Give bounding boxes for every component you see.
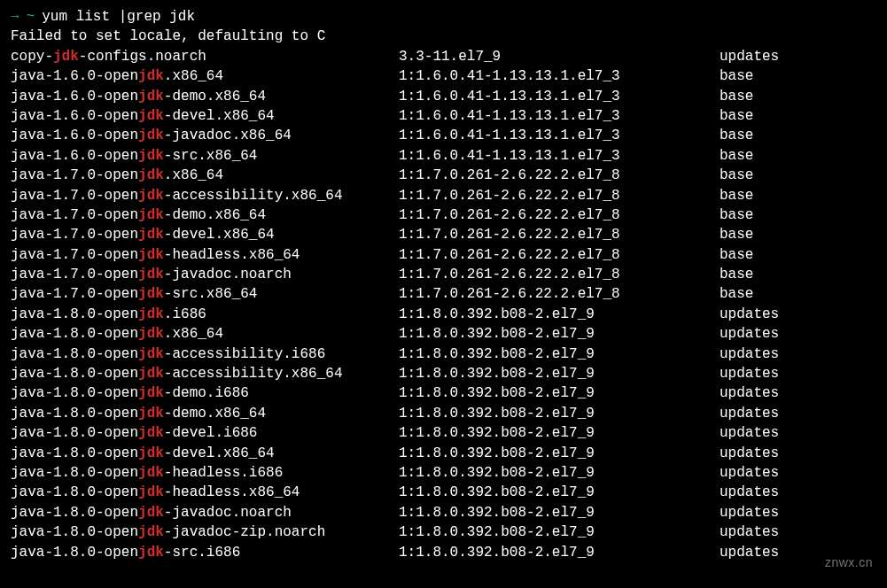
package-name: java-1.8.0-openjdk-accessibility.i686 [11, 344, 399, 364]
package-row: java-1.7.0-openjdk-headless.x86_641:1.7.… [11, 245, 876, 265]
package-version: 1:1.8.0.392.b08-2.el7_9 [399, 503, 720, 522]
package-suffix: -demo.x86_64 [164, 207, 266, 223]
package-repo: base [720, 284, 753, 304]
package-version: 1:1.8.0.392.b08-2.el7_9 [399, 404, 720, 423]
package-prefix: java-1.8.0-open [11, 445, 138, 461]
grep-highlight: jdk [138, 108, 164, 124]
package-row: copy-jdk-configs.noarch3.3-11.el7_9updat… [11, 47, 876, 66]
grep-highlight: jdk [138, 445, 164, 461]
grep-highlight: jdk [138, 286, 164, 302]
package-version: 1:1.7.0.261-2.6.22.2.el7_8 [399, 265, 720, 284]
package-listing: copy-jdk-configs.noarch3.3-11.el7_9updat… [11, 47, 876, 562]
grep-highlight: jdk [138, 128, 164, 143]
package-row: java-1.7.0-openjdk.x86_641:1.7.0.261-2.6… [11, 166, 876, 185]
package-version: 1:1.7.0.261-2.6.22.2.el7_8 [399, 245, 720, 265]
package-suffix: -headless.i686 [164, 465, 283, 481]
grep-highlight: jdk [138, 167, 164, 183]
package-suffix: -src.x86_64 [164, 148, 258, 164]
package-name: java-1.8.0-openjdk-src.i686 [11, 543, 399, 562]
package-row: java-1.8.0-openjdk-accessibility.x86_641… [11, 364, 876, 383]
grep-highlight: jdk [138, 188, 164, 204]
package-prefix: java-1.6.0-open [11, 68, 138, 84]
grep-highlight: jdk [138, 385, 164, 401]
package-name: java-1.6.0-openjdk-devel.x86_64 [11, 106, 399, 126]
command-prompt[interactable]: → ~ yum list |grep jdk [11, 7, 876, 27]
package-version: 1:1.7.0.261-2.6.22.2.el7_8 [399, 284, 720, 304]
grep-highlight: jdk [138, 227, 164, 243]
package-name: java-1.8.0-openjdk-demo.x86_64 [11, 404, 399, 423]
package-prefix: java-1.6.0-open [11, 128, 138, 143]
package-repo: updates [720, 404, 779, 423]
grep-highlight: jdk [138, 89, 164, 104]
grep-highlight: jdk [138, 148, 164, 164]
grep-highlight: jdk [138, 247, 164, 263]
package-suffix: .i686 [164, 306, 206, 322]
package-prefix: java-1.8.0-open [11, 326, 138, 342]
package-name: java-1.6.0-openjdk-javadoc.x86_64 [11, 126, 399, 145]
package-row: java-1.6.0-openjdk-src.x86_641:1.6.0.41-… [11, 146, 876, 166]
package-row: java-1.8.0-openjdk-javadoc-zip.noarch1:1… [11, 522, 876, 542]
package-repo: base [720, 146, 753, 166]
package-row: java-1.6.0-openjdk-demo.x86_641:1.6.0.41… [11, 87, 876, 106]
package-row: java-1.8.0-openjdk-headless.x86_641:1.8.… [11, 483, 876, 502]
package-name: java-1.8.0-openjdk.i686 [11, 305, 399, 324]
package-repo: base [720, 245, 753, 265]
package-suffix: -javadoc.noarch [164, 505, 292, 521]
package-version: 1:1.7.0.261-2.6.22.2.el7_8 [399, 225, 720, 244]
package-repo: base [720, 106, 753, 126]
package-suffix: -devel.x86_64 [164, 445, 275, 461]
package-version: 1:1.8.0.392.b08-2.el7_9 [399, 423, 720, 443]
package-suffix: .x86_64 [164, 68, 223, 84]
package-row: java-1.8.0-openjdk-src.i6861:1.8.0.392.b… [11, 543, 876, 562]
package-row: java-1.8.0-openjdk-headless.i6861:1.8.0.… [11, 463, 876, 483]
package-suffix: -devel.i686 [164, 425, 258, 441]
prompt-arrow-icon: → [11, 7, 19, 27]
package-name: java-1.6.0-openjdk.x86_64 [11, 66, 399, 86]
package-suffix: -devel.x86_64 [164, 108, 275, 124]
grep-highlight: jdk [138, 465, 164, 481]
package-row: java-1.7.0-openjdk-accessibility.x86_641… [11, 186, 876, 205]
package-repo: updates [720, 503, 779, 522]
package-row: java-1.7.0-openjdk-src.x86_641:1.7.0.261… [11, 284, 876, 304]
package-prefix: java-1.7.0-open [11, 227, 138, 243]
package-name: java-1.8.0-openjdk-headless.x86_64 [11, 483, 399, 502]
package-suffix: -src.x86_64 [164, 286, 258, 302]
package-version: 3.3-11.el7_9 [399, 47, 720, 66]
package-prefix: java-1.7.0-open [11, 286, 138, 302]
package-repo: updates [720, 305, 779, 324]
package-repo: updates [720, 522, 779, 542]
package-repo: base [720, 186, 753, 205]
package-row: java-1.8.0-openjdk.i6861:1.8.0.392.b08-2… [11, 305, 876, 324]
package-version: 1:1.6.0.41-1.13.13.1.el7_3 [399, 106, 720, 126]
package-prefix: java-1.8.0-open [11, 385, 138, 401]
package-prefix: java-1.8.0-open [11, 545, 138, 561]
package-prefix: java-1.6.0-open [11, 108, 138, 124]
package-version: 1:1.8.0.392.b08-2.el7_9 [399, 344, 720, 364]
package-version: 1:1.8.0.392.b08-2.el7_9 [399, 543, 720, 562]
package-suffix: -javadoc.x86_64 [164, 128, 292, 143]
package-suffix: .x86_64 [164, 326, 223, 342]
package-suffix: -accessibility.x86_64 [164, 188, 343, 204]
package-version: 1:1.6.0.41-1.13.13.1.el7_3 [399, 66, 720, 86]
package-suffix: -src.i686 [164, 545, 240, 561]
package-name: java-1.8.0-openjdk-demo.i686 [11, 383, 399, 403]
package-suffix: -javadoc.noarch [164, 267, 292, 282]
package-repo: base [720, 265, 753, 284]
grep-highlight: jdk [138, 524, 164, 540]
package-suffix: -configs.noarch [79, 49, 206, 65]
package-version: 1:1.7.0.261-2.6.22.2.el7_8 [399, 166, 720, 185]
package-prefix: java-1.8.0-open [11, 505, 138, 521]
package-version: 1:1.8.0.392.b08-2.el7_9 [399, 522, 720, 542]
package-name: java-1.8.0-openjdk-javadoc-zip.noarch [11, 522, 399, 542]
grep-highlight: jdk [138, 207, 164, 223]
package-prefix: java-1.6.0-open [11, 89, 138, 104]
package-prefix: java-1.8.0-open [11, 406, 138, 422]
package-row: java-1.7.0-openjdk-devel.x86_641:1.7.0.2… [11, 225, 876, 244]
package-name: java-1.7.0-openjdk.x86_64 [11, 166, 399, 185]
package-name: java-1.7.0-openjdk-devel.x86_64 [11, 225, 399, 244]
package-prefix: java-1.7.0-open [11, 167, 138, 183]
package-version: 1:1.8.0.392.b08-2.el7_9 [399, 324, 720, 344]
grep-highlight: jdk [138, 267, 164, 282]
package-version: 1:1.6.0.41-1.13.13.1.el7_3 [399, 87, 720, 106]
package-name: java-1.7.0-openjdk-demo.x86_64 [11, 205, 399, 225]
